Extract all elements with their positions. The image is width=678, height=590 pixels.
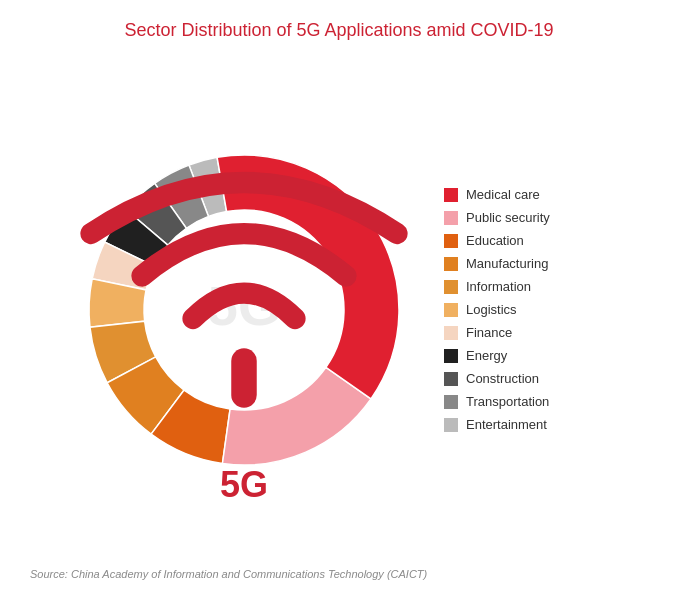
legend-color-swatch: [444, 372, 458, 386]
legend-label: Construction: [466, 371, 539, 386]
legend-label: Education: [466, 233, 524, 248]
legend-item: Finance: [444, 325, 604, 340]
legend-label: Transportation: [466, 394, 549, 409]
legend-color-swatch: [444, 211, 458, 225]
donut-svg: 5G 5G: [74, 140, 414, 480]
donut-chart: 5G 5G 5G: [74, 140, 414, 480]
legend-item: Manufacturing: [444, 256, 604, 271]
source-text: Source: China Academy of Information and…: [30, 568, 427, 580]
legend-label: Information: [466, 279, 531, 294]
legend-color-swatch: [444, 234, 458, 248]
legend-item: Public security: [444, 210, 604, 225]
legend-item: Education: [444, 233, 604, 248]
legend-item: Energy: [444, 348, 604, 363]
legend-item: Transportation: [444, 394, 604, 409]
legend-label: Finance: [466, 325, 512, 340]
legend-color-swatch: [444, 395, 458, 409]
legend-color-swatch: [444, 280, 458, 294]
legend-item: Medical care: [444, 187, 604, 202]
legend-label: Logistics: [466, 302, 517, 317]
chart-title: Sector Distribution of 5G Applications a…: [124, 20, 553, 41]
legend-color-swatch: [444, 257, 458, 271]
legend-label: Medical care: [466, 187, 540, 202]
legend-item: Information: [444, 279, 604, 294]
legend-color-swatch: [444, 418, 458, 432]
legend-color-swatch: [444, 326, 458, 340]
legend: Medical care Public security Education M…: [444, 187, 604, 432]
legend-item: Logistics: [444, 302, 604, 317]
legend-label: Public security: [466, 210, 550, 225]
chart-area: 5G 5G 5G Medical care Public security: [10, 61, 668, 558]
legend-label: Energy: [466, 348, 507, 363]
legend-item: Construction: [444, 371, 604, 386]
legend-color-swatch: [444, 349, 458, 363]
watermark: 5G: [207, 275, 280, 337]
legend-item: Entertainment: [444, 417, 604, 432]
legend-color-swatch: [444, 303, 458, 317]
legend-color-swatch: [444, 188, 458, 202]
legend-label: Entertainment: [466, 417, 547, 432]
legend-label: Manufacturing: [466, 256, 548, 271]
